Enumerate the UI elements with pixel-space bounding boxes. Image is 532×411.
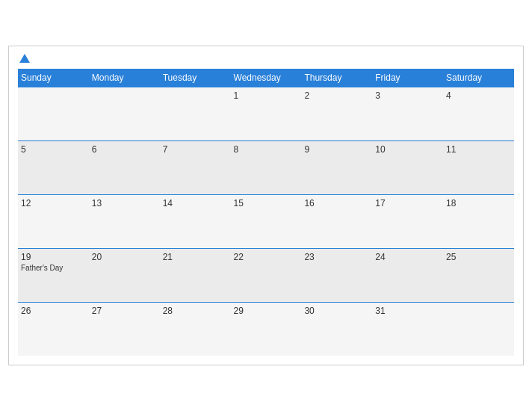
day-event: Father's Day [21, 264, 86, 272]
calendar-cell: 26 [18, 302, 89, 356]
day-number: 5 [21, 144, 86, 155]
calendar-week-row: 262728293031 [18, 302, 514, 356]
day-number: 29 [234, 306, 299, 316]
weekday-header-thursday: Thursday [301, 69, 372, 87]
calendar-cell: 23 [301, 248, 372, 302]
calendar-cell: 13 [89, 194, 160, 248]
day-number: 16 [304, 198, 369, 208]
calendar-cell: 1 [231, 87, 302, 140]
calendar-cell: 12 [18, 194, 89, 248]
calendar-cell: 14 [160, 194, 231, 248]
calendar-cell [18, 87, 89, 140]
logo [18, 54, 30, 63]
day-number: 26 [21, 306, 86, 316]
calendar-cell: 11 [443, 140, 514, 194]
calendar-cell: 3 [372, 87, 443, 140]
calendar-cell: 6 [89, 140, 160, 194]
calendar-cell: 5 [18, 140, 89, 194]
day-number: 12 [21, 198, 86, 208]
day-number: 7 [163, 144, 228, 155]
calendar: SundayMondayTuesdayWednesdayThursdayFrid… [8, 46, 524, 366]
calendar-cell: 16 [301, 194, 372, 248]
calendar-cell [160, 87, 231, 140]
day-number: 3 [375, 90, 440, 101]
calendar-cell: 25 [443, 248, 514, 302]
day-number: 24 [375, 252, 440, 262]
weekday-header-wednesday: Wednesday [231, 69, 302, 87]
calendar-header [18, 54, 514, 63]
calendar-cell: 7 [160, 140, 231, 194]
logo-triangle-icon [19, 54, 30, 63]
calendar-cell: 21 [160, 248, 231, 302]
day-number: 11 [446, 144, 511, 155]
day-number: 10 [375, 144, 440, 155]
day-number: 19 [21, 252, 86, 262]
weekday-header-row: SundayMondayTuesdayWednesdayThursdayFrid… [18, 69, 514, 87]
day-number: 13 [92, 198, 157, 208]
weekday-header-friday: Friday [372, 69, 443, 87]
calendar-week-row: 1234 [18, 87, 514, 140]
calendar-cell: 31 [372, 302, 443, 356]
day-number: 23 [304, 252, 369, 262]
day-number: 17 [375, 198, 440, 208]
calendar-cell: 19Father's Day [18, 248, 89, 302]
day-number: 31 [375, 306, 440, 316]
calendar-cell: 8 [231, 140, 302, 194]
day-number: 20 [92, 252, 157, 262]
calendar-cell: 17 [372, 194, 443, 248]
calendar-cell: 4 [443, 87, 514, 140]
weekday-header-tuesday: Tuesday [160, 69, 231, 87]
weekday-header-sunday: Sunday [18, 69, 89, 87]
day-number: 1 [234, 90, 299, 101]
weekday-header-saturday: Saturday [443, 69, 514, 87]
weekday-header-monday: Monday [89, 69, 160, 87]
day-number: 14 [163, 198, 228, 208]
day-number: 27 [92, 306, 157, 316]
calendar-week-row: 12131415161718 [18, 194, 514, 248]
calendar-table: SundayMondayTuesdayWednesdayThursdayFrid… [18, 69, 514, 356]
day-number: 18 [446, 198, 511, 208]
calendar-cell: 20 [89, 248, 160, 302]
calendar-cell [443, 302, 514, 356]
day-number: 25 [446, 252, 511, 262]
day-number: 21 [163, 252, 228, 262]
calendar-cell: 15 [231, 194, 302, 248]
calendar-cell: 2 [301, 87, 372, 140]
day-number: 9 [304, 144, 369, 155]
calendar-week-row: 567891011 [18, 140, 514, 194]
calendar-cell: 24 [372, 248, 443, 302]
day-number: 22 [234, 252, 299, 262]
calendar-cell [89, 87, 160, 140]
calendar-week-row: 19Father's Day202122232425 [18, 248, 514, 302]
day-number: 6 [92, 144, 157, 155]
calendar-cell: 28 [160, 302, 231, 356]
calendar-cell: 22 [231, 248, 302, 302]
day-number: 4 [446, 90, 511, 101]
day-number: 2 [304, 90, 369, 101]
calendar-cell: 29 [231, 302, 302, 356]
calendar-cell: 9 [301, 140, 372, 194]
day-number: 30 [304, 306, 369, 316]
calendar-cell: 10 [372, 140, 443, 194]
calendar-cell: 30 [301, 302, 372, 356]
day-number: 8 [234, 144, 299, 155]
day-number: 28 [163, 306, 228, 316]
calendar-cell: 18 [443, 194, 514, 248]
calendar-cell: 27 [89, 302, 160, 356]
day-number: 15 [234, 198, 299, 208]
